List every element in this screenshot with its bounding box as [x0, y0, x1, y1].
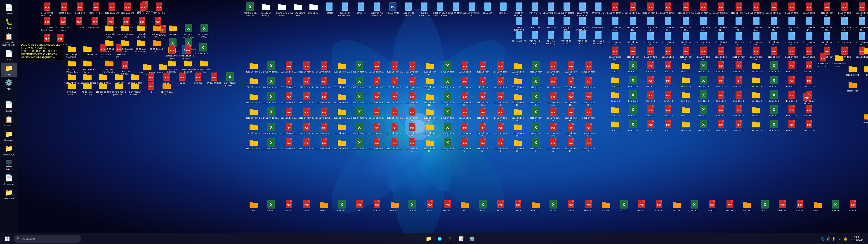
- desktop-icon-bottom-3[interactable]: PDF Ped 4: [298, 199, 315, 213]
- desktop-icon-pdf-f5[interactable]: PDF F5: [142, 80, 160, 94]
- desktop-icon-batch3-18-7[interactable]: PDF 2311 9h Item 19...: [562, 137, 580, 153]
- desktop-icon-folder-1970-ce[interactable]: 1970-22 CE Item 22 -...: [138, 61, 156, 78]
- taskbar-notepad[interactable]: 📝: [456, 234, 466, 244]
- desktop-icon-batch3-3-5[interactable]: PDF 2311 9h Item 4...: [298, 106, 315, 120]
- desktop-icon-batch-8-3[interactable]: PDF 2111 9h Item 56...: [747, 45, 765, 62]
- desktop-icon-folder-set1-3[interactable]: 78-22 lab HOSPITAL...: [132, 23, 150, 39]
- desktop-icon-batch2-7-5[interactable]: PDF Item 15... 5: [730, 74, 748, 88]
- desktop-icon-batch3-0-4[interactable]: 2311 9h Item 1...: [245, 91, 263, 104]
- desktop-icon-cas-vner[interactable]: CA5-Vner...: [305, 1, 322, 15]
- desktop-icon-batch3-5-6[interactable]: 2311 9h Item 6...: [333, 122, 351, 135]
- taskbar-settings[interactable]: ⚙️: [467, 234, 477, 244]
- desktop-icon-batch3-8-5[interactable]: PDF 2311 9h Item 9...: [385, 106, 404, 120]
- desktop-icon-batch3-14-3[interactable]: PDF 2311 9h Item 15...: [491, 75, 509, 92]
- desktop-icon-batch2-4-5[interactable]: Item 9... 5: [677, 74, 695, 88]
- desktop-icon-batch-6-2[interactable]: 2111 9h Item 38...: [712, 30, 730, 47]
- desktop-icon-batch-12-2[interactable]: 2111 9h Item 44...: [818, 30, 836, 47]
- desktop-icon-grp2-3[interactable]: PDF 2111 8.30: [70, 16, 88, 30]
- desktop-icon-batch3-3-7[interactable]: PDF 2311 9h Item 4...: [298, 137, 315, 151]
- desktop-icon-bottom-12[interactable]: Ped 13: [456, 199, 474, 213]
- desktop-icon-batch3-0-3[interactable]: 2311 9h Item 1...: [245, 75, 263, 89]
- desktop-icon-bottom-26[interactable]: PDF Item 31...: [703, 199, 721, 213]
- desktop-icon-bottom-5[interactable]: X Item 10...: [333, 199, 351, 213]
- desktop-icon-batch-6-1[interactable]: 2111 9h Item 22...: [712, 16, 730, 32]
- desktop-icon-batch3-13-3[interactable]: PDF 2311 9h Item 14...: [474, 75, 492, 92]
- desktop-icon-batch3-15-3[interactable]: 2311 9h Item 16...: [509, 75, 527, 92]
- desktop-icon-fornecedores[interactable]: Fornecedores Item ...: [830, 52, 848, 68]
- desktop-icon-batch2-1-6[interactable]: X Item 3... 6: [624, 89, 642, 103]
- desktop-icon-batch3-19-2[interactable]: PDF 2311 9h Item 20...: [580, 60, 598, 77]
- desktop-icon-batch3-19-6[interactable]: PDF 2311 9h Item 20...: [580, 122, 598, 138]
- desktop-icon-grp1-3[interactable]: PDF 2111 8.30: [71, 1, 89, 15]
- desktop-icon-batch2-4-7[interactable]: Item 9... 7: [677, 104, 695, 118]
- desktop-icon-batch3-4-4[interactable]: PDF 2311 9h Item 5...: [315, 91, 333, 104]
- desktop-icon-cor-bl-4[interactable]: 2211 9h 13 - CON...: [558, 29, 576, 46]
- desktop-icon-batch2-6-4[interactable]: PDF Item 13... 4: [712, 60, 730, 74]
- desktop-icon-batch3-10-7[interactable]: 2311 9h Item 11...: [421, 137, 439, 153]
- desktop-icon-batch2-0-7[interactable]: Item 1... 7: [606, 104, 624, 118]
- desktop-icon-batch3-10-4[interactable]: 2311 9h Item 11...: [421, 91, 439, 107]
- desktop-icon-batch3-15-6[interactable]: 2311 9h Item 16...: [509, 122, 527, 138]
- desktop-icon-batch-13-2[interactable]: 2111 9h Item 45...: [835, 30, 854, 47]
- desktop-icon-batch-9-1[interactable]: 2111 9h Item 25...: [765, 16, 783, 32]
- desktop-icon-batch2-0-6[interactable]: Item 1... 6: [606, 89, 624, 103]
- desktop-icon-folder-camb-2[interactable]: 22-22 bafO: [79, 43, 96, 57]
- desktop-icon-folder-set1-5[interactable]: 77-07 IFPR: [164, 23, 182, 36]
- tray-volume[interactable]: 🔊: [827, 237, 830, 241]
- desktop-icon-batch2-3-5[interactable]: PDF Item 7... 5: [659, 74, 677, 88]
- desktop-icon-batch3-1-6[interactable]: X 2311 9h Item 2...: [262, 122, 280, 135]
- desktop-icon-batch3-11-6[interactable]: X 2311 9h Item 12...: [438, 122, 457, 138]
- sidebar-item-comprovant[interactable]: 📄 Comprovant: [1, 173, 17, 186]
- desktop-icon-batch2-3-7[interactable]: PDF Item 7... 7: [659, 104, 677, 118]
- desktop-icon-cor-bl-3[interactable]: 2211 9h micromo g...: [542, 29, 560, 46]
- desktop-icon-fn-2211[interactable]: 2211 9h DIOX Item 21 - New: [431, 1, 449, 18]
- desktop-icon-cor-bl-1[interactable]: 2211 9h BH AL: [510, 29, 528, 43]
- desktop-icon-nf1113-13[interactable]: 1711 13.13 hospi HRASIL...: [336, 1, 354, 18]
- desktop-icon-batch3-11-7[interactable]: X 2311 9h Item 12...: [438, 137, 457, 153]
- desktop-icon-batch-7-1[interactable]: 2111 9h Item 23...: [730, 16, 748, 32]
- desktop-icon-batch-10-1[interactable]: 2111 9h Item 26...: [782, 16, 801, 32]
- desktop-icon-batch3-12-3[interactable]: PDF 2311 9h Item 13...: [456, 75, 474, 92]
- desktop-icon-batch3-1-4[interactable]: X 2311 9h Item 2...: [262, 91, 280, 104]
- desktop-icon-cor-bl-5[interactable]: 2211 9h 12 - CON...: [574, 29, 592, 46]
- desktop-icon-batch3-16-7[interactable]: X 2311 9h Item 17...: [527, 137, 545, 153]
- desktop-icon-batch3-2-4[interactable]: PDF 2311 9h Item 3...: [280, 91, 298, 104]
- taskbar-clock[interactable]: 19:49 11/11/2022: [849, 235, 865, 242]
- desktop-icon-batch3-7-3[interactable]: PDF 2311 9h Item 8...: [368, 75, 386, 89]
- desktop-icon-batch3-12-2[interactable]: PDF 2311 9h Item 13...: [456, 60, 474, 77]
- desktop-icon-batch-0-0[interactable]: PDF 2111 9h Item 0...: [606, 1, 624, 15]
- desktop-icon-batch2-8-4[interactable]: Item 17... 4: [747, 60, 765, 74]
- desktop-icon-batch3-15-5[interactable]: 2311 9h Item 16...: [509, 106, 527, 123]
- desktop-icon-folder-camb-1[interactable]: 184-12 agfs CAMBORIU: [63, 43, 81, 59]
- desktop-icon-batch3-1-2[interactable]: X 2311 9h Item 2...: [262, 60, 280, 74]
- desktop-icon-batch2-11-7[interactable]: PDF Item 23... 7: [800, 104, 818, 118]
- desktop-icon-batch3-2-3[interactable]: PDF 2311 9h Item 3...: [280, 75, 298, 89]
- desktop-icon-batch3-2-7[interactable]: PDF 2311 9h Item 3...: [280, 137, 298, 151]
- desktop-icon-batch3-18-4[interactable]: PDF 2311 9h Item 19...: [562, 91, 580, 107]
- desktop-icon-bottom-6[interactable]: PDF Ped 7: [350, 199, 368, 213]
- scroll-up-arrow[interactable]: ↑: [8, 92, 10, 98]
- desktop-icon-batch2-8-8[interactable]: Item 17... 8: [747, 119, 765, 132]
- desktop-icon-batch3-16-5[interactable]: X 2311 9h Item 17...: [527, 106, 545, 123]
- desktop-icon-notatop[interactable]: Notatop: [320, 1, 338, 15]
- desktop-icon-folder-set1-1[interactable]: 266-22 lab UFSC: [100, 23, 119, 39]
- desktop-icon-batch3-8-3[interactable]: PDF 2311 9h Item 9...: [385, 75, 404, 89]
- desktop-icon-bottom-9[interactable]: X Ped 10: [403, 199, 421, 213]
- desktop-icon-grp2-2[interactable]: PDF 3111 9h Santa Indi...: [54, 16, 72, 32]
- desktop-icon-batch3-17-4[interactable]: PDF 2311 9h Item 18...: [544, 91, 562, 107]
- desktop-icon-batch-14-0[interactable]: PDF 2111 9h Item 14...: [853, 1, 868, 18]
- desktop-icon-batch2-5-5[interactable]: X Item 11... 5: [694, 74, 712, 88]
- desktop-icon-batch-8-2[interactable]: 2111 9h Item 40...: [747, 30, 765, 47]
- desktop-icon-batch2-2-5[interactable]: PDF Item 5... 5: [642, 74, 659, 88]
- sidebar-item-pregao[interactable]: 📁 pregao: [1, 63, 17, 77]
- desktop-icon-batch3-0-6[interactable]: 2311 9h Item 1...: [245, 122, 263, 135]
- sidebar-item-text1[interactable]: 📄 text1: [1, 48, 17, 62]
- desktop-icon-batch3-10-6[interactable]: 2311 9h Item 11...: [421, 122, 439, 138]
- desktop-icon-batch-14-2[interactable]: 2111 9h Item 46...: [853, 30, 868, 47]
- desktop-icon-batch-6-0[interactable]: PDF 2111 9h Item 6...: [712, 1, 730, 15]
- desktop-icon-batch2-1-4[interactable]: X Item 3... 4: [624, 60, 642, 74]
- desktop-icon-batch3-3-4[interactable]: PDF 2311 9h Item 4...: [298, 91, 315, 104]
- sidebar-item-passados[interactable]: 📁 PASSADOS: [1, 143, 17, 157]
- desktop-icon-batch3-10-2[interactable]: 2311 9h Item 11...: [421, 60, 439, 77]
- sidebar-item-lavras[interactable]: 📄 Lavras: [1, 2, 17, 16]
